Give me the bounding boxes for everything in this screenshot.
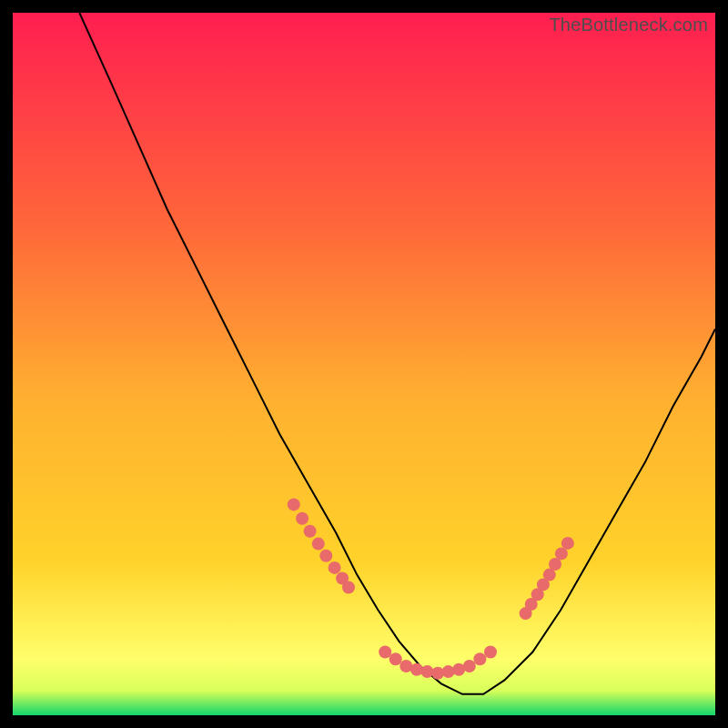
data-marker [304,525,317,538]
data-marker [296,512,308,525]
data-marker [561,537,574,550]
data-marker [484,646,497,659]
data-marker [329,561,341,574]
data-marker [389,652,402,665]
data-marker [312,538,325,551]
data-marker [442,665,455,678]
data-marker [342,581,355,594]
data-marker [319,550,332,562]
chart-svg [13,13,715,715]
data-marker [473,652,486,665]
watermark-text: TheBottleneck.com [549,15,708,35]
data-marker [463,660,476,672]
data-marker [410,663,423,676]
gradient-background [13,13,715,715]
chart-frame: TheBottleneck.com [13,13,715,715]
data-marker [288,498,300,511]
data-marker [379,646,391,659]
